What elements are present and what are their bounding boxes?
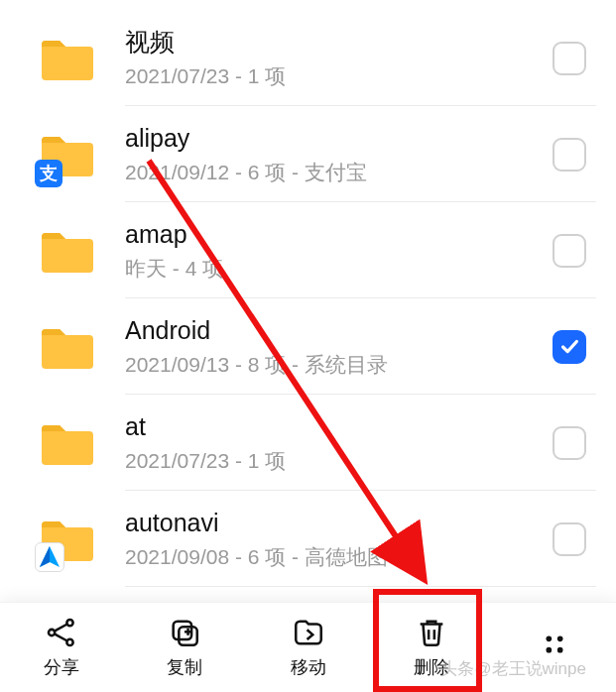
select-checkbox[interactable] bbox=[553, 426, 586, 460]
file-texts: alipay2021/09/12 - 6 项 - 支付宝 bbox=[125, 123, 553, 186]
svg-point-5 bbox=[66, 639, 72, 645]
svg-point-4 bbox=[66, 620, 72, 626]
trash-icon bbox=[415, 616, 448, 649]
file-row[interactable]: 支alipay2021/09/12 - 6 项 - 支付宝 bbox=[0, 106, 616, 202]
file-texts: autonavi2021/09/08 - 6 项 - 高德地图 bbox=[125, 508, 553, 571]
svg-marker-2 bbox=[40, 546, 50, 567]
move-icon bbox=[292, 616, 325, 649]
file-name: 视频 bbox=[125, 27, 553, 57]
file-row[interactable]: 视频2021/07/23 - 1 项 bbox=[0, 10, 616, 106]
folder-icon: 支 bbox=[38, 125, 97, 184]
file-row[interactable]: Android2021/09/13 - 8 项 - 系统目录 bbox=[0, 298, 616, 395]
copy-icon bbox=[168, 616, 201, 649]
file-texts: Android2021/09/13 - 8 项 - 系统目录 bbox=[125, 315, 553, 379]
folder-icon bbox=[38, 510, 97, 569]
folder-icon bbox=[38, 29, 97, 88]
select-checkbox[interactable] bbox=[553, 522, 586, 556]
file-meta: 2021/07/23 - 1 项 bbox=[125, 447, 553, 475]
file-meta: 2021/07/23 - 1 项 bbox=[125, 62, 553, 90]
file-meta: 2021/09/12 - 6 项 - 支付宝 bbox=[125, 159, 553, 186]
file-name: autonavi bbox=[125, 508, 553, 537]
copy-label: 复制 bbox=[167, 655, 202, 679]
folder-icon bbox=[38, 413, 97, 473]
file-list: 视频2021/07/23 - 1 项支alipay2021/09/12 - 6 … bbox=[0, 0, 616, 683]
bottom-toolbar: 分享 复制 移动 删除 bbox=[0, 602, 616, 692]
move-button[interactable]: 移动 bbox=[246, 603, 369, 692]
delete-button[interactable]: 删除 bbox=[370, 603, 493, 692]
file-name: alipay bbox=[125, 123, 553, 153]
file-row[interactable]: at2021/07/23 - 1 项 bbox=[0, 395, 616, 491]
svg-point-16 bbox=[546, 647, 552, 653]
file-row[interactable]: autonavi2021/09/08 - 6 项 - 高德地图 bbox=[0, 491, 616, 587]
file-texts: 视频2021/07/23 - 1 项 bbox=[125, 27, 553, 90]
svg-point-15 bbox=[557, 636, 563, 642]
svg-line-7 bbox=[55, 634, 67, 640]
file-texts: amap昨天 - 4 项 bbox=[125, 219, 553, 283]
file-texts: at2021/07/23 - 1 项 bbox=[125, 411, 553, 475]
select-checkbox[interactable] bbox=[553, 138, 586, 172]
file-meta: 2021/09/13 - 8 项 - 系统目录 bbox=[125, 351, 553, 379]
more-button[interactable] bbox=[493, 603, 616, 692]
svg-point-14 bbox=[546, 636, 552, 642]
move-label: 移动 bbox=[291, 655, 326, 679]
file-name: amap bbox=[125, 219, 553, 249]
delete-label: 删除 bbox=[414, 655, 449, 679]
select-checkbox[interactable] bbox=[553, 234, 586, 268]
svg-text:支: 支 bbox=[39, 164, 58, 183]
file-meta: 2021/09/08 - 6 项 - 高德地图 bbox=[125, 543, 553, 571]
file-meta: 昨天 - 4 项 bbox=[125, 255, 553, 283]
svg-point-17 bbox=[557, 647, 563, 653]
file-row[interactable]: amap昨天 - 4 项 bbox=[0, 202, 616, 298]
svg-point-3 bbox=[49, 630, 55, 635]
share-icon bbox=[45, 616, 78, 649]
share-label: 分享 bbox=[44, 655, 79, 679]
file-name: Android bbox=[125, 315, 553, 345]
select-checkbox[interactable] bbox=[553, 330, 586, 364]
folder-icon bbox=[38, 221, 97, 281]
folder-icon bbox=[38, 317, 97, 377]
svg-line-6 bbox=[55, 625, 67, 632]
select-checkbox[interactable] bbox=[553, 42, 586, 75]
more-icon bbox=[538, 628, 571, 661]
share-button[interactable]: 分享 bbox=[0, 603, 123, 692]
file-name: at bbox=[125, 411, 553, 441]
copy-button[interactable]: 复制 bbox=[123, 603, 246, 692]
